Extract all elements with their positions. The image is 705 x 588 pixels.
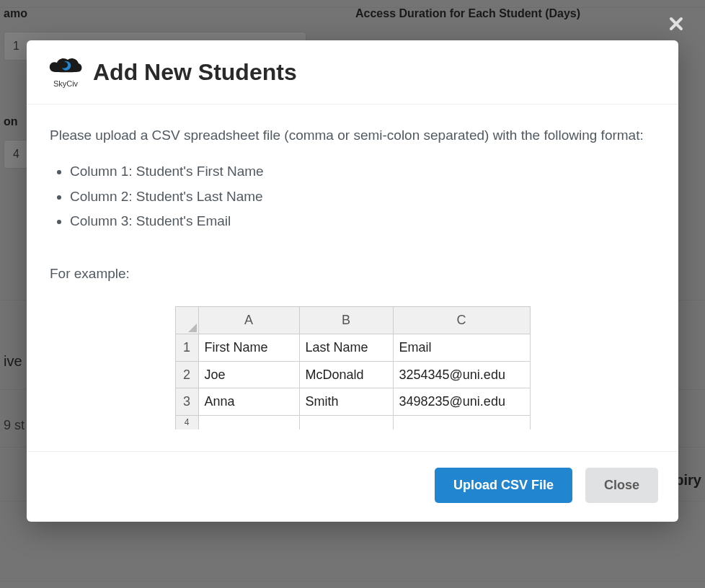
close-button[interactable]: Close xyxy=(585,468,658,503)
cell-c3: 3498235@uni.edu xyxy=(393,388,530,416)
modal-body: Please upload a CSV spreadsheet file (co… xyxy=(27,104,678,451)
table-row: 1 First Name Last Name Email xyxy=(175,334,530,361)
row-header-4: 4 xyxy=(175,416,198,430)
col-header-c: C xyxy=(393,306,530,334)
add-students-modal: SkyCiv Add New Students Please upload a … xyxy=(27,40,678,522)
skyciv-logo: SkyCiv xyxy=(47,56,84,88)
cell-a2: Joe xyxy=(198,361,299,388)
col-header-a: A xyxy=(198,306,299,334)
skyciv-logo-text: SkyCiv xyxy=(53,79,78,88)
column-3-desc: Column 3: Student's Email xyxy=(70,210,655,232)
cell-c1: Email xyxy=(393,334,530,361)
row-header-3: 3 xyxy=(175,388,198,416)
cell-a3: Anna xyxy=(198,388,299,416)
modal-title: Add New Students xyxy=(93,59,297,86)
modal-header: SkyCiv Add New Students xyxy=(27,40,678,104)
table-row: 3 Anna Smith 3498235@uni.edu xyxy=(175,388,530,416)
column-format-list: Column 1: Student's First Name Column 2:… xyxy=(50,161,655,232)
cell-a1: First Name xyxy=(198,334,299,361)
cell-b1: Last Name xyxy=(299,334,393,361)
skyciv-logo-icon xyxy=(48,56,83,78)
table-row: 2 Joe McDonald 3254345@uni.edu xyxy=(175,361,530,388)
column-1-desc: Column 1: Student's First Name xyxy=(70,161,655,182)
row-header-1: 1 xyxy=(175,334,198,361)
row-header-2: 2 xyxy=(175,361,198,388)
modal-footer: Upload CSV File Close xyxy=(27,451,678,522)
sheet-corner xyxy=(175,306,198,334)
table-row: 4 xyxy=(175,416,530,430)
cell-b2: McDonald xyxy=(299,361,393,388)
example-spreadsheet: A B C 1 First Name Last Name Email 2 Joe… xyxy=(175,306,531,429)
cell-c2: 3254345@uni.edu xyxy=(393,361,530,388)
example-label: For example: xyxy=(50,263,655,285)
upload-instruction: Please upload a CSV spreadsheet file (co… xyxy=(50,125,655,146)
column-2-desc: Column 2: Student's Last Name xyxy=(70,186,655,208)
col-header-b: B xyxy=(299,306,393,334)
upload-csv-button[interactable]: Upload CSV File xyxy=(435,468,572,503)
close-icon[interactable] xyxy=(669,13,683,36)
cell-b3: Smith xyxy=(299,388,393,416)
